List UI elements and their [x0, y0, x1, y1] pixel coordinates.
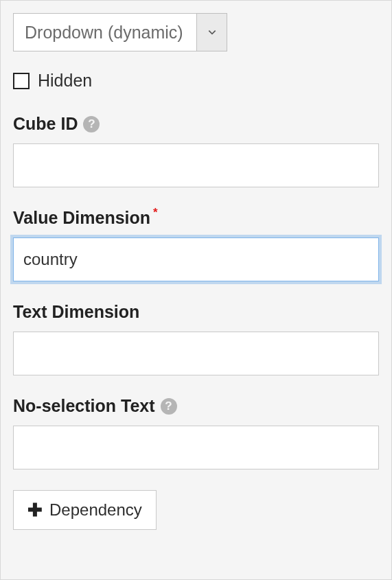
help-icon[interactable]: ? [161, 398, 177, 415]
cube-id-label-row: Cube ID ? [13, 114, 379, 134]
no-selection-text-input[interactable] [13, 426, 379, 469]
add-dependency-button[interactable]: ✚ Dependency [13, 490, 157, 530]
text-dimension-field: Text Dimension [13, 302, 379, 375]
value-dimension-label: Value Dimension [13, 208, 150, 228]
no-selection-text-label-row: No-selection Text ? [13, 396, 379, 416]
cube-id-input[interactable] [13, 143, 379, 187]
value-dimension-label-row: Value Dimension * [13, 208, 379, 228]
text-dimension-label: Text Dimension [13, 302, 139, 322]
form-panel: Dropdown (dynamic) Hidden Cube ID ? Valu… [0, 0, 392, 580]
hidden-label: Hidden [38, 71, 92, 91]
no-selection-text-field: No-selection Text ? [13, 396, 379, 469]
cube-id-field: Cube ID ? [13, 114, 379, 187]
value-dimension-field: Value Dimension * [13, 208, 379, 281]
text-dimension-input[interactable] [13, 332, 379, 375]
no-selection-text-label: No-selection Text [13, 396, 155, 416]
add-dependency-label: Dependency [49, 500, 142, 520]
help-icon[interactable]: ? [83, 116, 100, 132]
cube-id-label: Cube ID [13, 114, 78, 134]
type-select-toggle[interactable] [197, 13, 227, 51]
value-dimension-input[interactable] [13, 237, 379, 281]
plus-icon: ✚ [27, 501, 43, 519]
text-dimension-label-row: Text Dimension [13, 302, 379, 322]
required-icon: * [153, 206, 158, 220]
chevron-down-icon [207, 27, 217, 37]
hidden-checkbox-row: Hidden [13, 71, 379, 91]
hidden-checkbox[interactable] [13, 73, 30, 89]
type-select[interactable]: Dropdown (dynamic) [13, 13, 227, 51]
type-select-value: Dropdown (dynamic) [13, 13, 197, 51]
